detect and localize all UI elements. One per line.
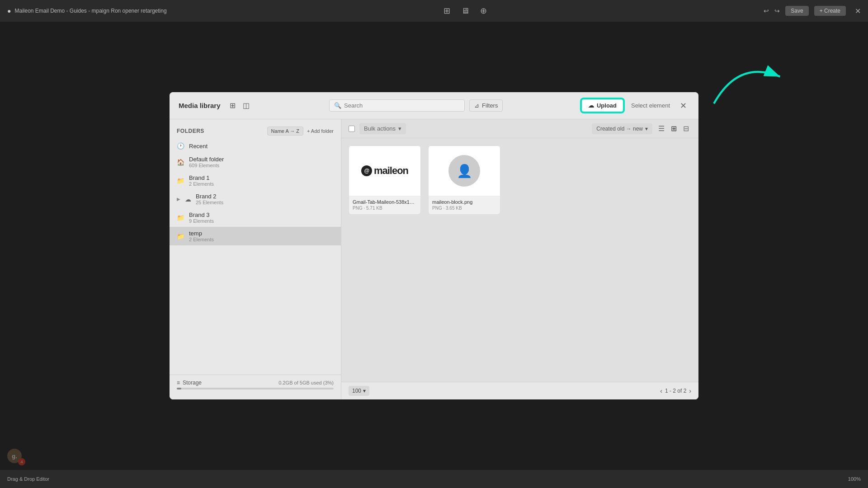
toolbar-search-area: 🔍 ⊿ Filters <box>329 99 503 112</box>
file-size-2: 3.65 KB <box>446 206 462 211</box>
top-bar: ● Maileon Email Demo - Guides - mpaign R… <box>0 0 868 22</box>
arrow-annotation <box>698 50 798 108</box>
files-grid: @ maileon Gmail-Tab-Maileon-538x138px...… <box>349 145 691 215</box>
top-center-icons: ⊞ 🖥 ⊕ <box>443 6 487 16</box>
brand3-count: 9 Elements <box>189 218 334 224</box>
storage-label: ≡ Storage <box>177 380 202 386</box>
bulk-actions-button[interactable]: Bulk actions ▾ <box>359 123 406 134</box>
file-type-1: PNG <box>353 206 363 211</box>
next-page-button[interactable]: › <box>689 387 691 394</box>
expand-icon: ▶ <box>177 197 180 202</box>
sidebar-controls: Name A → Z + Add folder <box>267 127 334 136</box>
select-element-button[interactable]: Select element <box>627 99 674 112</box>
grid-view-icon[interactable]: ⊞ <box>228 100 237 111</box>
create-button[interactable]: + Create <box>814 6 846 16</box>
default-folder-icon: 🏠 <box>177 159 184 166</box>
drag-drop-label: Drag & Drop Editor <box>7 476 49 482</box>
filters-label: Filters <box>482 102 498 109</box>
save-button[interactable]: Save <box>785 6 808 16</box>
modal-title: Media library <box>179 102 221 109</box>
brand1-name: Brand 1 <box>189 174 334 181</box>
monitor-icon[interactable]: 🖥 <box>461 6 469 16</box>
storage-icon: ≡ <box>177 380 180 386</box>
undo-icon[interactable]: ↩ <box>764 7 769 14</box>
sidebar-item-brand1[interactable]: 📁 Brand 1 2 Elements <box>170 171 341 190</box>
action-bar-right: Created old → new ▾ ☰ ⊞ ⊟ <box>592 123 691 134</box>
storage-bar-bg <box>177 388 334 389</box>
file-thumbnail-1: @ maileon <box>349 146 420 196</box>
temp-icon: 📁 <box>177 233 184 240</box>
app-logo: ● <box>7 7 11 14</box>
storage-text: Storage <box>183 380 202 386</box>
filters-button[interactable]: ⊿ Filters <box>469 99 503 112</box>
brand2-count: 25 Elements <box>196 200 334 205</box>
placeholder-image: 👤 <box>448 155 480 187</box>
upload-label: Upload <box>597 102 617 109</box>
bottom-bar: Drag & Drop Editor 100% <box>0 470 868 488</box>
sort-button[interactable]: Created old → new ▾ <box>592 123 652 134</box>
brand1-icon: 📁 <box>177 177 184 184</box>
search-top-icon[interactable]: ⊕ <box>480 6 487 16</box>
sidebar-item-brand3[interactable]: 📁 Brand 3 9 Elements <box>170 208 341 227</box>
select-all-checkbox[interactable] <box>349 126 355 132</box>
default-folder-count: 609 Elements <box>189 163 334 168</box>
folders-label: Folders <box>177 128 204 134</box>
brand1-count: 2 Elements <box>189 181 334 187</box>
bulk-actions-label: Bulk actions <box>364 125 396 132</box>
list-view-button[interactable]: ☰ <box>656 123 667 134</box>
brand3-icon: 📁 <box>177 214 184 221</box>
sidebar-item-text: Brand 1 2 Elements <box>189 174 334 187</box>
add-folder-button[interactable]: + Add folder <box>307 128 334 134</box>
sidebar-item-temp[interactable]: 📁 temp 2 Elements <box>170 227 341 245</box>
file-card-2[interactable]: 👤 maileon-block.png PNG · 3.65 KB <box>428 145 500 215</box>
sidebar-item-text: Brand 3 9 Elements <box>189 211 334 224</box>
pagination: ‹ 1 - 2 of 2 › <box>660 387 691 394</box>
action-bar-left: Bulk actions ▾ <box>349 123 406 134</box>
sidebar-item-brand2[interactable]: ▶ ☁ Brand 2 25 Elements <box>170 190 341 208</box>
toolbar-right-actions: ☁ Upload Select element ✕ <box>581 99 689 113</box>
file-name-1: Gmail-Tab-Maileon-538x138px... <box>353 199 417 205</box>
search-box[interactable]: 🔍 <box>329 99 465 112</box>
search-input[interactable] <box>344 102 460 109</box>
upload-button[interactable]: ☁ Upload <box>581 99 624 113</box>
storage-bar-fill <box>177 388 181 389</box>
collapse-icon[interactable]: ◫ <box>241 100 251 111</box>
grid-icon[interactable]: ⊞ <box>443 6 450 16</box>
breadcrumb: Maileon Email Demo - Guides - mpaign Ron… <box>14 8 166 14</box>
storage-row: ≡ Storage 0.2GB of 5GB used (3%) <box>177 380 334 386</box>
brand2-icon: ☁ <box>185 196 191 203</box>
sidebar: Folders Name A → Z + Add folder 🕐 Recent… <box>170 119 341 399</box>
zoom-level: 100% <box>848 476 861 482</box>
bulk-actions-arrow: ▾ <box>398 125 401 132</box>
file-info-1: Gmail-Tab-Maileon-538x138px... PNG · 5.7… <box>349 196 420 214</box>
modal-overlay: Media library ⊞ ◫ 🔍 ⊿ Filters <box>0 22 868 470</box>
prev-page-button[interactable]: ‹ <box>660 387 662 394</box>
recent-label: Recent <box>189 143 334 150</box>
top-right-actions: ↩ ↪ Save + Create ✕ <box>764 6 861 16</box>
storage-amount: 0.2GB of 5GB used (3%) <box>278 380 334 385</box>
grid-large-view-button[interactable]: ⊟ <box>681 123 691 134</box>
file-type-2: PNG <box>432 206 442 211</box>
checkbox-area <box>349 126 355 132</box>
modal-footer: 100 ▾ ‹ 1 - 2 of 2 › <box>341 382 698 399</box>
filter-icon: ⊿ <box>474 102 479 109</box>
sidebar-item-recent[interactable]: 🕐 Recent <box>170 139 341 153</box>
close-app-icon[interactable]: ✕ <box>855 7 861 15</box>
sidebar-item-default-folder[interactable]: 🏠 Default folder 609 Elements <box>170 153 341 171</box>
file-info-2: maileon-block.png PNG · 3.65 KB <box>429 196 500 214</box>
brand2-name: Brand 2 <box>196 193 334 200</box>
maileon-logo-image: @ maileon <box>361 165 408 177</box>
folders-header: Folders Name A → Z + Add folder <box>170 125 341 139</box>
sidebar-footer: ≡ Storage 0.2GB of 5GB used (3%) <box>170 375 341 394</box>
grid-medium-view-button[interactable]: ⊞ <box>669 123 679 134</box>
maileon-logo-icon: @ <box>361 165 372 176</box>
sidebar-item-text: temp 2 Elements <box>189 230 334 242</box>
file-card-1[interactable]: @ maileon Gmail-Tab-Maileon-538x138px...… <box>349 145 421 215</box>
name-sort-button[interactable]: Name A → Z <box>267 127 303 136</box>
per-page-select[interactable]: 100 ▾ <box>349 386 369 396</box>
redo-icon[interactable]: ↪ <box>774 7 780 14</box>
sort-label: Created old → new <box>596 126 643 132</box>
recent-icon: 🕐 <box>177 142 184 150</box>
close-modal-button[interactable]: ✕ <box>677 99 689 113</box>
maileon-logo-text: maileon <box>374 165 408 177</box>
